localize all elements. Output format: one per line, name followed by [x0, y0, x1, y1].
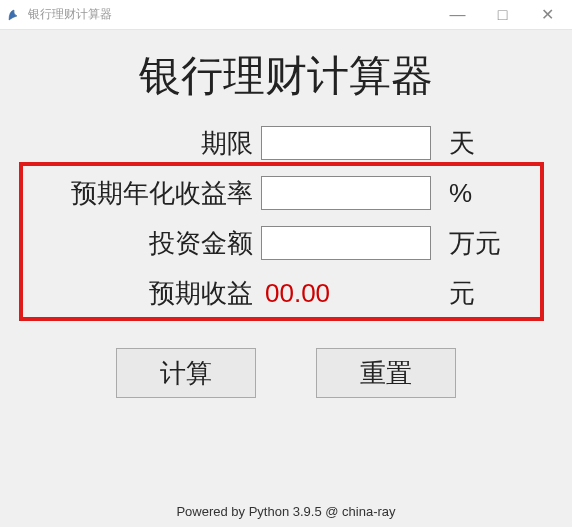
calc-button[interactable]: 计算 [116, 348, 256, 398]
label-result: 预期收益 [36, 276, 261, 311]
minimize-button[interactable]: — [435, 1, 480, 29]
footer-text: Powered by Python 3.9.5 @ china-ray [0, 504, 572, 519]
unit-amount: 万元 [431, 226, 511, 261]
input-amount[interactable] [261, 226, 431, 260]
row-period: 期限 天 [36, 118, 536, 168]
unit-result: 元 [431, 276, 511, 311]
input-rate[interactable] [261, 176, 431, 210]
label-period: 期限 [36, 126, 261, 161]
window-title: 银行理财计算器 [28, 6, 435, 23]
titlebar: 银行理财计算器 — □ ✕ [0, 0, 572, 30]
client-area: 银行理财计算器 期限 天 预期年化收益率 % 投资金额 万元 预期收益 00.0… [0, 30, 572, 527]
page-title: 银行理财计算器 [0, 48, 572, 104]
row-result: 预期收益 00.00 元 [36, 268, 536, 318]
unit-period: 天 [431, 126, 511, 161]
unit-rate: % [431, 178, 511, 209]
value-result: 00.00 [261, 278, 431, 309]
app-icon [6, 7, 22, 23]
form-area: 期限 天 预期年化收益率 % 投资金额 万元 预期收益 00.00 元 [0, 118, 572, 318]
maximize-button[interactable]: □ [480, 1, 525, 29]
button-row: 计算 重置 [0, 348, 572, 398]
label-amount: 投资金额 [36, 226, 261, 261]
input-period[interactable] [261, 126, 431, 160]
row-amount: 投资金额 万元 [36, 218, 536, 268]
close-button[interactable]: ✕ [525, 1, 570, 29]
window-controls: — □ ✕ [435, 1, 570, 29]
reset-button[interactable]: 重置 [316, 348, 456, 398]
label-rate: 预期年化收益率 [36, 176, 261, 211]
row-rate: 预期年化收益率 % [36, 168, 536, 218]
